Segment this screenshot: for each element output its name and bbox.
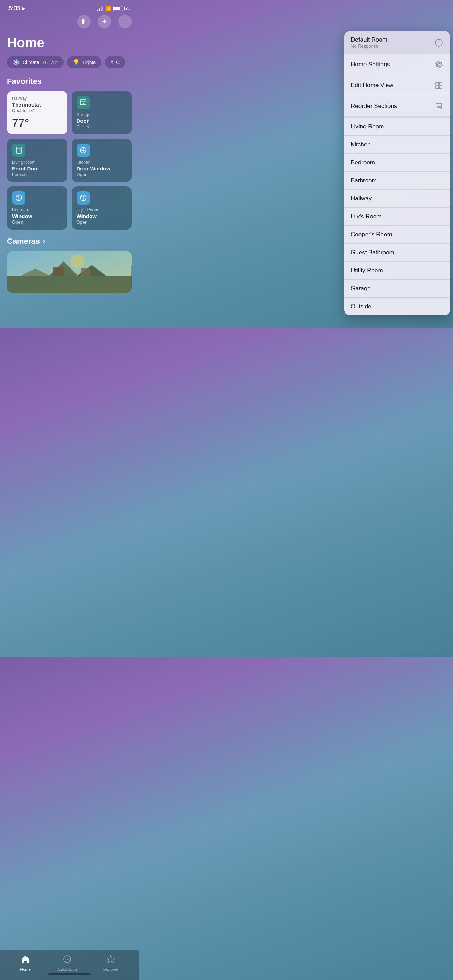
dropdown-overlay[interactable]: Default Room No Response ! Home Settings xyxy=(0,0,139,328)
